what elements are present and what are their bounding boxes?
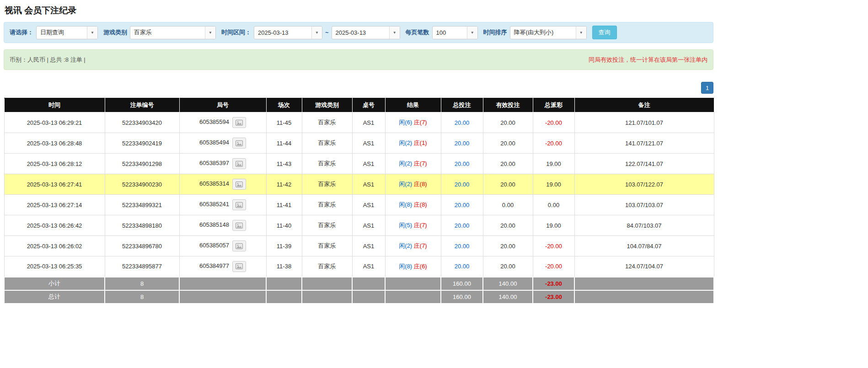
cell-game-type: 百家乐 <box>302 195 352 215</box>
cell-total-bet[interactable]: 20.00 <box>441 236 483 256</box>
pagination-page-1[interactable]: 1 <box>701 82 713 94</box>
result-banker: 庄(1) <box>414 139 427 146</box>
cell-bet-id: 522334901298 <box>105 154 179 174</box>
summary-count: 8 <box>105 290 179 304</box>
result-player: 闲(8) <box>399 263 412 270</box>
cell-round: 605385494 <box>179 133 266 154</box>
payout-value: 0.00 <box>548 202 559 208</box>
total-bet-link[interactable]: 20.00 <box>455 243 470 250</box>
cell-bet-id: 522334902419 <box>105 133 179 154</box>
round-result-button[interactable] <box>232 220 246 231</box>
sort-value: 降幂(由大到小) <box>510 27 576 39</box>
cell-total-bet[interactable]: 20.00 <box>441 133 483 154</box>
cell-round: 605384977 <box>179 256 266 277</box>
chevron-down-icon[interactable]: ▼ <box>467 27 477 39</box>
round-result-button[interactable] <box>232 179 246 190</box>
round-result-button[interactable] <box>232 240 246 251</box>
cell-total-bet[interactable]: 20.00 <box>441 256 483 277</box>
page-size-label: 每页笔数 <box>406 28 429 37</box>
round-result-button[interactable] <box>232 199 246 210</box>
round-id: 605385397 <box>199 160 229 166</box>
table-body: 2025-03-13 06:29:21522334903420605385594… <box>4 112 714 277</box>
total-bet-link[interactable]: 20.00 <box>455 160 470 167</box>
summary-empty <box>574 290 714 304</box>
cell-session: 11-41 <box>266 195 302 215</box>
total-bet-link[interactable]: 20.00 <box>455 181 470 188</box>
cell-total-bet[interactable]: 20.00 <box>441 174 483 195</box>
filter-bar: 请选择： 日期查询 ▼ 游戏类别 百家乐 ▼ 时间区间： 2025-03-13 … <box>4 22 713 43</box>
round-result-button[interactable] <box>232 117 246 128</box>
cell-total-bet[interactable]: 20.00 <box>441 154 483 174</box>
round-result-button[interactable] <box>232 158 246 169</box>
table-foot: 小计8160.00140.00-23.00总计8160.00140.00-23.… <box>4 277 714 304</box>
total-bet-link[interactable]: 20.00 <box>455 119 470 126</box>
payout-value: -20.00 <box>545 140 562 147</box>
result-player: 闲(8) <box>399 201 412 208</box>
round-id: 605385148 <box>199 221 229 228</box>
round-id: 605385494 <box>199 139 229 146</box>
table-header-row: 时间注单编号局号场次游戏类别桌号结果总投注有效投注总派彩备注 <box>4 98 714 112</box>
cell-table-no: AS1 <box>352 133 385 154</box>
cell-round: 605385314 <box>179 174 266 195</box>
result-player: 闲(2) <box>399 181 412 187</box>
result-banker: 庄(6) <box>414 263 427 270</box>
cell-result: 闲(8) 庄(6) <box>385 256 441 277</box>
cell-round: 605385241 <box>179 195 266 215</box>
total-bet-link[interactable]: 20.00 <box>455 202 470 208</box>
summary-payout: -23.00 <box>533 277 574 290</box>
chevron-down-icon[interactable]: ▼ <box>87 27 97 39</box>
cell-time: 2025-03-13 06:29:21 <box>4 112 105 133</box>
chevron-down-icon[interactable]: ▼ <box>389 27 400 39</box>
pagination: 1 <box>4 82 713 94</box>
round-result-button[interactable] <box>232 138 246 149</box>
summary-empty <box>179 290 266 304</box>
result-player: 闲(5) <box>399 222 412 229</box>
cell-session: 11-42 <box>266 174 302 195</box>
payout-value: 19.00 <box>546 160 561 167</box>
chevron-down-icon[interactable]: ▼ <box>576 27 586 39</box>
payout-value: -20.00 <box>545 243 562 250</box>
summary-empty <box>385 290 441 304</box>
summary-label: 小计 <box>4 277 105 290</box>
sort-label: 时间排序 <box>483 28 507 37</box>
cell-total-bet[interactable]: 20.00 <box>441 215 483 236</box>
total-bet-link[interactable]: 20.00 <box>455 140 470 147</box>
game-type-dropdown[interactable]: 百家乐 ▼ <box>130 26 216 39</box>
page-size-dropdown[interactable]: 100 ▼ <box>432 26 478 39</box>
total-bet-link[interactable]: 20.00 <box>455 263 470 270</box>
cell-remark: 121.07/101.07 <box>574 112 714 133</box>
round-result-button[interactable] <box>232 261 246 272</box>
cell-total-bet[interactable]: 20.00 <box>441 112 483 133</box>
column-header: 结果 <box>385 98 441 112</box>
cell-total-bet[interactable]: 20.00 <box>441 195 483 215</box>
page-content: 视讯 会员下注纪录 请选择： 日期查询 ▼ 游戏类别 百家乐 ▼ 时间区间： 2… <box>0 0 717 307</box>
payout-value: -20.00 <box>545 119 562 126</box>
cell-game-type: 百家乐 <box>302 133 352 154</box>
summary-empty <box>266 290 302 304</box>
cell-valid-bet: 20.00 <box>483 215 533 236</box>
summary-valid-bet: 140.00 <box>483 277 533 290</box>
cell-session: 11-45 <box>266 112 302 133</box>
chevron-down-icon[interactable]: ▼ <box>311 27 322 39</box>
date-to-dropdown[interactable]: 2025-03-13 ▼ <box>332 26 400 39</box>
cell-session: 11-40 <box>266 215 302 236</box>
chevron-down-icon[interactable]: ▼ <box>205 27 215 39</box>
cell-session: 11-38 <box>266 256 302 277</box>
cell-table-no: AS1 <box>352 236 385 256</box>
summary-empty <box>352 290 385 304</box>
summary-empty <box>302 277 352 290</box>
summary-empty <box>302 290 352 304</box>
round-id: 605384977 <box>199 262 229 269</box>
date-from-dropdown[interactable]: 2025-03-13 ▼ <box>254 26 322 39</box>
total-bet-link[interactable]: 20.00 <box>455 222 470 229</box>
cell-session: 11-39 <box>266 236 302 256</box>
cell-time: 2025-03-13 06:27:41 <box>4 174 105 195</box>
result-banker: 庄(8) <box>414 201 427 208</box>
query-type-dropdown[interactable]: 日期查询 ▼ <box>36 26 98 39</box>
result-banker: 庄(7) <box>414 222 427 229</box>
search-button[interactable]: 查询 <box>592 26 617 39</box>
payout-value: 19.00 <box>546 181 561 188</box>
column-header: 时间 <box>4 98 105 112</box>
sort-dropdown[interactable]: 降幂(由大到小) ▼ <box>510 26 587 39</box>
table-row: 2025-03-13 06:27:14522334899321605385241… <box>4 195 714 215</box>
